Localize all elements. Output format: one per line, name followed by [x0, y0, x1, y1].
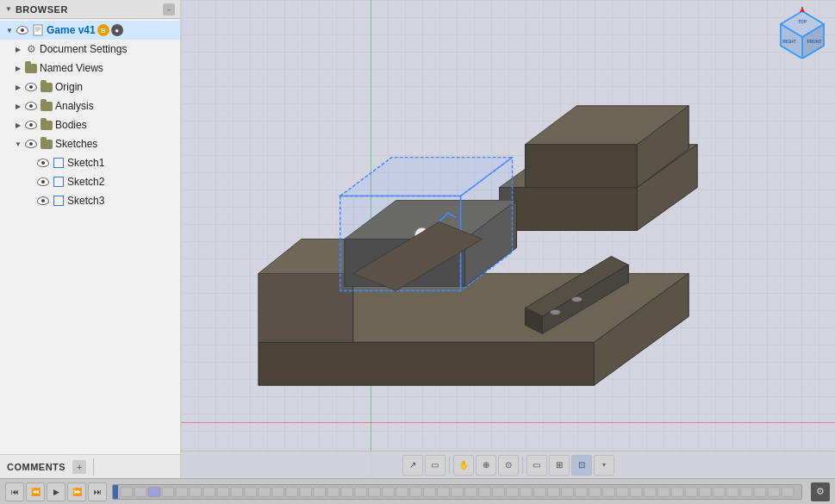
sketch-icon-sketch3 [52, 194, 65, 208]
document-icon-game [31, 23, 45, 37]
tree-arrow-origin [12, 81, 24, 93]
svg-rect-56 [327, 487, 340, 496]
game-badges: S ● [97, 24, 123, 36]
eye-icon-sketches [24, 137, 38, 151]
nav-btn-display2[interactable]: ⊞ [549, 455, 570, 476]
folder-icon-origin [40, 80, 53, 94]
folder-icon-named-views [24, 61, 38, 75]
playback-step-forward[interactable]: ⏩ [67, 482, 86, 501]
nav-btn-zoom-window[interactable]: ⊙ [498, 455, 519, 476]
svg-rect-44 [162, 487, 174, 496]
svg-rect-59 [369, 487, 381, 496]
tree-label-sketch2: Sketch2 [67, 176, 104, 188]
model-svg [181, 0, 835, 478]
svg-rect-43 [148, 487, 160, 496]
eye-icon-sketch2 [36, 175, 50, 189]
tree-item-sketches[interactable]: Sketches [0, 134, 180, 153]
svg-rect-54 [300, 487, 312, 496]
tree-label-doc-settings: Document Settings [40, 43, 127, 55]
svg-rect-60 [383, 487, 395, 496]
eye-icon-game [16, 23, 29, 37]
svg-rect-88 [768, 487, 780, 496]
svg-rect-77 [616, 487, 628, 496]
svg-rect-86 [740, 487, 752, 496]
eye-icon-bodies [24, 118, 38, 132]
browser-collapse-arrow[interactable]: ▼ [5, 5, 12, 13]
tree-label-origin: Origin [55, 81, 83, 93]
tree-arrow-sketch1 [24, 157, 36, 169]
nav-btn-move[interactable]: ↗ [402, 455, 423, 476]
sketch-icon-sketch2 [52, 175, 65, 189]
nav-btn-fit[interactable]: ▭ [425, 455, 446, 476]
comments-add-button[interactable]: + [72, 460, 86, 474]
nav-btn-display1[interactable]: ▭ [527, 455, 547, 476]
tree-item-origin[interactable]: Origin [0, 78, 180, 96]
svg-rect-0 [34, 25, 42, 35]
playback-to-end[interactable]: ⏭ [88, 482, 107, 501]
tree-arrow-doc-settings [12, 43, 24, 55]
svg-rect-69 [507, 487, 519, 496]
tree-item-game[interactable]: Game v41 S ● [0, 21, 180, 40]
svg-rect-50 [245, 487, 257, 496]
nav-btn-display3[interactable]: ⊡ [571, 455, 592, 476]
svg-marker-7 [259, 273, 353, 342]
svg-marker-5 [259, 342, 594, 385]
tree-label-sketch1: Sketch1 [67, 157, 104, 169]
tree-arrow-sketches [12, 138, 24, 150]
tree-item-analysis[interactable]: Analysis [0, 96, 180, 115]
svg-rect-42 [134, 487, 146, 496]
browser-minimize-button[interactable]: − [163, 3, 175, 16]
playback-play[interactable]: ▶ [47, 482, 65, 501]
tree-label-analysis: Analysis [55, 100, 94, 112]
svg-rect-84 [713, 487, 725, 496]
svg-rect-82 [685, 487, 697, 496]
eye-icon-sketch3 [36, 194, 50, 208]
tree-item-sketch1[interactable]: Sketch1 [0, 153, 180, 172]
svg-rect-46 [190, 487, 202, 496]
playback-to-start[interactable]: ⏮ [5, 482, 24, 501]
svg-rect-64 [438, 487, 450, 496]
svg-rect-70 [520, 487, 533, 496]
svg-rect-73 [561, 487, 573, 496]
browser-panel: ▼ BROWSER − [0, 0, 181, 478]
svg-rect-75 [589, 487, 601, 496]
tree-item-sketch3[interactable]: Sketch3 [0, 191, 180, 210]
svg-rect-72 [548, 487, 560, 496]
tree-item-sketch2[interactable]: Sketch2 [0, 172, 180, 191]
nav-btn-pan[interactable]: ✋ [453, 455, 474, 476]
browser-title: BROWSER [16, 4, 159, 15]
tree-arrow-named-views [12, 62, 24, 74]
tree-arrow-sketch2 [24, 176, 36, 188]
settings-button[interactable]: ⚙ [811, 482, 830, 501]
browser-header: ▼ BROWSER − [0, 0, 180, 19]
svg-marker-16 [525, 145, 637, 188]
tree-item-named-views[interactable]: Named Views [0, 59, 180, 78]
svg-rect-65 [452, 487, 464, 496]
svg-rect-66 [465, 487, 477, 496]
comments-label: COMMENTS [7, 462, 65, 472]
view-cube[interactable]: TOP FRONT RIGHT [776, 7, 828, 59]
timeline-track[interactable] [112, 484, 802, 500]
tree-item-bodies[interactable]: Bodies [0, 115, 180, 134]
svg-rect-47 [203, 487, 215, 496]
nav-btn-display4[interactable]: ▾ [594, 455, 614, 476]
tree-item-doc-settings[interactable]: ⚙ Document Settings [0, 40, 180, 59]
svg-rect-67 [479, 487, 491, 496]
comments-bar: COMMENTS + [0, 454, 180, 478]
eye-icon-origin [24, 80, 38, 94]
viewport-3d[interactable]: TOP FRONT RIGHT ↗ ▭ ✋ ⊕ ⊙ ▭ ⊞ ⊡ ▾ [181, 0, 835, 478]
folder-icon-sketches [40, 137, 53, 151]
svg-rect-52 [272, 487, 284, 496]
svg-rect-58 [355, 487, 367, 496]
nav-separator-2 [522, 457, 523, 474]
tree-label-named-views: Named Views [40, 62, 103, 74]
tree-arrow-sketch3 [24, 195, 36, 207]
tree-arrow-analysis [12, 100, 24, 112]
nav-btn-zoom[interactable]: ⊕ [476, 455, 496, 476]
viewport-nav-toolbar: ↗ ▭ ✋ ⊕ ⊙ ▭ ⊞ ⊡ ▾ [181, 451, 835, 478]
svg-rect-63 [424, 487, 436, 496]
svg-rect-49 [231, 487, 243, 496]
svg-rect-80 [657, 487, 670, 496]
svg-rect-62 [410, 487, 422, 496]
playback-step-back[interactable]: ⏪ [26, 482, 45, 501]
